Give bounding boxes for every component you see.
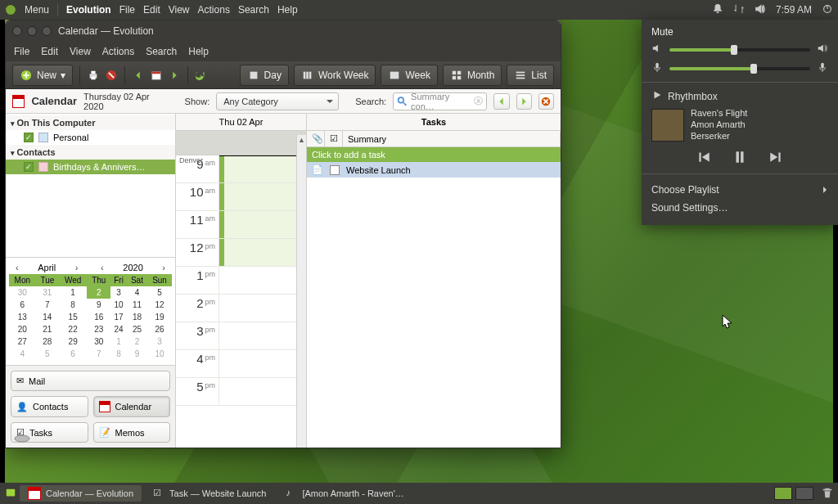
switcher-handle-icon[interactable] <box>14 434 30 443</box>
search-prev-button[interactable] <box>493 93 509 110</box>
tree-heading-contacts[interactable]: Contacts <box>6 145 175 160</box>
taskbar-task-editor[interactable]: ☑Task — Website Launch <box>145 486 274 501</box>
window-close-button[interactable] <box>12 26 22 36</box>
mc-day[interactable]: 17 <box>110 311 127 323</box>
view-day[interactable]: Day <box>240 65 289 86</box>
global-menu-help[interactable]: Help <box>277 4 298 16</box>
hour-row[interactable]: 10am <box>176 183 306 211</box>
search-stop-button[interactable] <box>538 93 554 110</box>
mc-day[interactable]: 12 <box>147 299 172 311</box>
network-icon[interactable] <box>733 3 745 17</box>
mc-day[interactable]: 31 <box>36 286 59 299</box>
mc-day[interactable]: 9 <box>87 299 110 311</box>
mc-day[interactable]: 30 <box>87 335 110 348</box>
today-button[interactable] <box>150 69 163 82</box>
hour-row[interactable]: 12pm <box>176 239 306 267</box>
print-button[interactable] <box>87 69 100 82</box>
mc-day[interactable]: 5 <box>147 286 172 299</box>
mc-day[interactable]: 1 <box>110 335 127 348</box>
tree-item-personal[interactable]: ✓Personal <box>6 130 175 145</box>
day-view[interactable]: Thu 02 Apr Denver 9am10am11am12pm1pm2pm3… <box>176 114 307 448</box>
mc-day[interactable]: 6 <box>59 348 87 360</box>
mc-day[interactable]: 27 <box>9 335 36 348</box>
jump-button[interactable] <box>195 69 208 82</box>
mini-calendar[interactable]: ‹ April › ‹ 2020 › MonTueWedThuFriSatSun… <box>6 257 175 365</box>
sound-settings-item[interactable]: Sound Settings… <box>651 199 828 217</box>
view-work-week[interactable]: Work Week <box>294 65 376 86</box>
view-list[interactable]: List <box>507 65 554 86</box>
menu-button[interactable]: Menu <box>25 4 49 16</box>
mc-next-month[interactable]: › <box>72 263 82 272</box>
show-desktop-button[interactable] <box>5 487 16 500</box>
menu-search[interactable]: Search <box>146 46 177 57</box>
checkbox-icon[interactable]: ✓ <box>24 162 34 172</box>
hour-row[interactable]: 4pm <box>176 350 306 378</box>
day-scrollbar[interactable] <box>296 135 306 448</box>
input-volume-slider[interactable] <box>669 67 810 70</box>
player-name[interactable]: Rhythmbox <box>668 91 718 102</box>
tasks-col-summary[interactable]: Summary <box>343 132 561 146</box>
mc-day[interactable]: 28 <box>36 335 59 348</box>
hour-row[interactable]: 2pm <box>176 295 306 322</box>
menu-view[interactable]: View <box>70 46 91 57</box>
mc-next-year[interactable]: › <box>159 263 169 272</box>
global-menu-edit[interactable]: Edit <box>143 4 160 16</box>
mc-day[interactable]: 30 <box>9 286 36 299</box>
all-day-row[interactable] <box>176 131 306 155</box>
mc-day[interactable]: 6 <box>9 299 36 311</box>
taskbar-rhythmbox[interactable]: ♪[Amon Amarth - Raven'… <box>277 486 412 501</box>
mc-day[interactable]: 20 <box>9 323 36 335</box>
delete-button[interactable] <box>105 69 118 82</box>
menu-help[interactable]: Help <box>188 46 209 57</box>
mc-day[interactable]: 29 <box>59 335 87 348</box>
distro-logo-icon[interactable] <box>5 4 16 16</box>
hour-row[interactable]: 1pm <box>176 267 306 295</box>
tasks-add-hint[interactable]: Click to add a task <box>307 147 561 162</box>
choose-playlist-item[interactable]: Choose Playlist <box>651 181 828 199</box>
mc-day[interactable]: 18 <box>127 311 147 323</box>
workspace-1[interactable] <box>774 487 792 500</box>
workspace-2[interactable] <box>795 487 813 500</box>
hour-row[interactable]: 11am <box>176 211 306 239</box>
tasks-col-done[interactable]: ☑ <box>325 131 343 146</box>
mc-day[interactable]: 3 <box>147 335 172 348</box>
view-week[interactable]: Week <box>381 65 437 86</box>
task-checkbox[interactable] <box>330 165 340 175</box>
mc-day[interactable]: 10 <box>147 348 172 360</box>
global-menu-view[interactable]: View <box>169 4 190 16</box>
trash-icon[interactable] <box>822 487 833 500</box>
hour-row[interactable]: 5pm <box>176 378 306 406</box>
category-combo[interactable]: Any Category <box>216 92 339 110</box>
new-button[interactable]: New ▾ <box>12 65 73 86</box>
mc-day[interactable]: 4 <box>127 286 147 299</box>
volume-icon[interactable] <box>755 3 766 17</box>
mc-day[interactable]: 8 <box>110 348 127 360</box>
switch-calendar[interactable]: Calendar <box>93 396 171 417</box>
mc-day[interactable]: 2 <box>127 335 147 348</box>
mc-day[interactable]: 5 <box>36 348 59 360</box>
mc-day[interactable]: 7 <box>87 348 110 360</box>
mc-prev-month[interactable]: ‹ <box>12 263 22 272</box>
global-menu-search[interactable]: Search <box>238 4 269 16</box>
mc-day[interactable]: 26 <box>147 323 172 335</box>
window-maximize-button[interactable] <box>42 26 52 36</box>
clock[interactable]: 7:59 AM <box>776 4 812 16</box>
active-app-name[interactable]: Evolution <box>66 4 111 16</box>
workspace-switcher[interactable] <box>774 487 813 500</box>
mc-day[interactable]: 19 <box>147 311 172 323</box>
task-row[interactable]: 📄 Website Launch <box>307 162 561 178</box>
hour-row[interactable]: 3pm <box>176 322 306 350</box>
next-button[interactable] <box>168 69 181 82</box>
mc-day[interactable]: 3 <box>110 286 127 299</box>
output-volume-slider[interactable] <box>669 48 810 52</box>
menu-file[interactable]: File <box>14 46 29 57</box>
tree-heading-computer[interactable]: On This Computer <box>6 115 175 130</box>
mc-day[interactable]: 1 <box>59 286 87 299</box>
mute-toggle[interactable]: Mute <box>651 26 828 38</box>
media-pause-button[interactable] <box>732 150 747 167</box>
mc-day[interactable]: 8 <box>59 299 87 311</box>
mc-day[interactable]: 23 <box>87 323 110 335</box>
mc-day[interactable]: 4 <box>9 348 36 360</box>
mc-day[interactable]: 24 <box>110 323 127 335</box>
switch-contacts[interactable]: 👤Contacts <box>11 396 88 417</box>
